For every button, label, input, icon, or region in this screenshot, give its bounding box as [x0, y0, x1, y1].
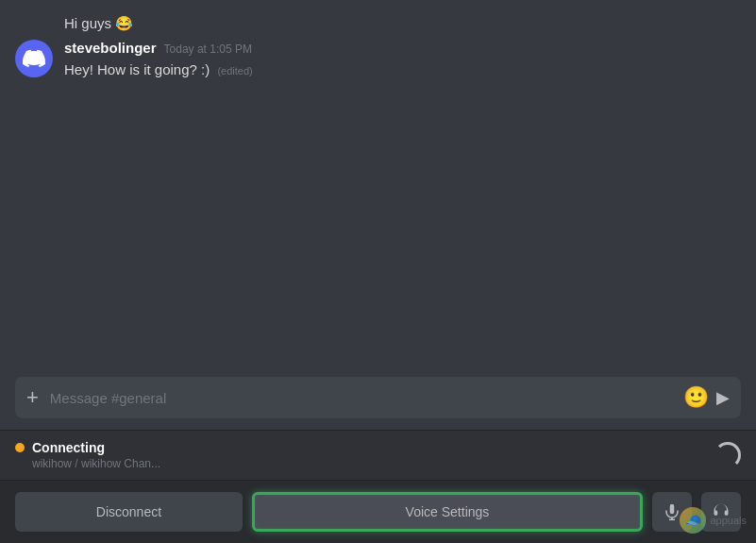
chat-area: Hi guys 😂 stevebolinger Today at 1:05 PM… [0, 0, 756, 543]
connecting-row: Connecting [15, 440, 160, 455]
voice-status-bar: Connecting wikihow / wikihow Chan... [0, 430, 756, 480]
watermark: 🧢 appuals [680, 507, 747, 534]
voice-controls-bar: Disconnect Voice Settings [0, 480, 756, 543]
discord-logo-icon [15, 40, 53, 77]
watermark-icon: 🧢 [680, 507, 706, 534]
message-text: Hey! How is it going? :) (edited) [64, 59, 741, 79]
send-message-button[interactable]: ▶ [716, 387, 730, 408]
timestamp: Today at 1:05 PM [164, 42, 252, 56]
username: stevebolinger [64, 40, 157, 56]
voice-status-left: Connecting wikihow / wikihow Chan... [15, 440, 160, 470]
loading-spinner-icon [714, 442, 741, 468]
disconnect-button[interactable]: Disconnect [15, 492, 243, 532]
connecting-label: Connecting [32, 440, 105, 455]
message-input-area: + Message #general 🙂 ▶ [0, 365, 756, 430]
avatar [15, 40, 53, 77]
messages-container: Hi guys 😂 stevebolinger Today at 1:05 PM… [0, 0, 756, 365]
message-header: stevebolinger Today at 1:05 PM [64, 40, 741, 56]
add-attachment-button[interactable]: + [26, 387, 39, 408]
message-row: stevebolinger Today at 1:05 PM Hey! How … [15, 40, 741, 79]
voice-settings-button[interactable]: Voice Settings [252, 492, 643, 532]
edited-tag: (edited) [217, 65, 252, 76]
message-input-placeholder[interactable]: Message #general [50, 390, 676, 406]
watermark-label: appuals [710, 515, 747, 526]
message-text: Hi guys 😂 [64, 15, 133, 32]
channel-path: wikihow / wikihow Chan... [15, 457, 160, 470]
input-box: + Message #general 🙂 ▶ [15, 377, 741, 418]
message-row: Hi guys 😂 [15, 15, 741, 32]
message-content: stevebolinger Today at 1:05 PM Hey! How … [64, 40, 741, 79]
connecting-status-dot [15, 443, 25, 452]
emoji-picker-button[interactable]: 🙂 [683, 385, 709, 410]
